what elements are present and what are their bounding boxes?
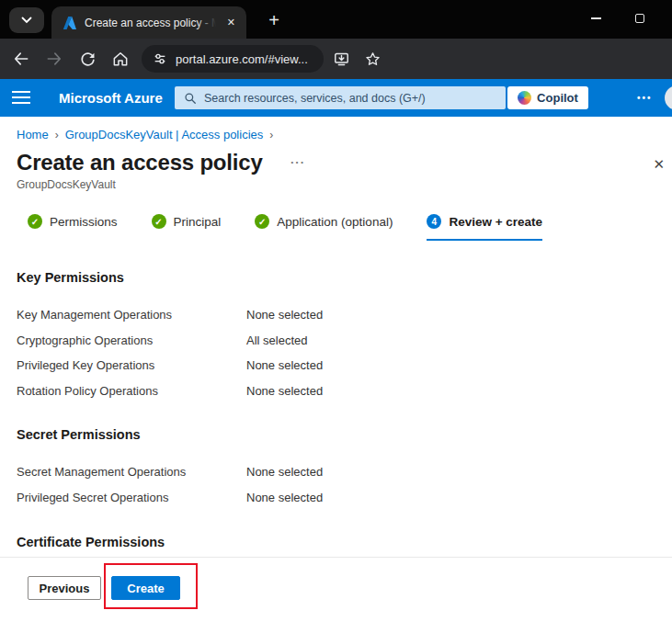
tab-permissions[interactable]: ✓ Permissions (28, 214, 118, 241)
table-row: Key Management Operations None selected (0, 302, 672, 328)
azure-favicon-icon (63, 16, 77, 30)
table-row: Rotation Policy Operations None selected (0, 379, 672, 404)
table-row: Privileged Secret Operations None select… (0, 485, 672, 511)
copilot-button[interactable]: Copilot (507, 86, 588, 109)
permission-value: None selected (246, 491, 323, 504)
tab-title: Create an access policy - Micros (85, 17, 216, 29)
azure-brand[interactable]: Microsoft Azure (59, 90, 163, 106)
table-row: Privileged Key Operations None selected (0, 353, 672, 379)
permission-label: Secret Management Operations (17, 465, 246, 479)
permission-value: None selected (246, 465, 323, 479)
portal-search-input[interactable]: Search resources, services, and docs (G+… (175, 86, 506, 109)
star-icon (364, 51, 382, 68)
install-app-button[interactable] (327, 45, 355, 73)
portal-content: Home›GroupDocsKeyVault | Access policies… (0, 117, 672, 633)
section-heading-certificate-permissions: Certificate Permissions (0, 510, 672, 549)
site-settings-icon (153, 51, 167, 66)
breadcrumb-separator-icon: › (269, 129, 273, 141)
page-subtitle: GroupDocsKeyVault (17, 178, 655, 191)
breadcrumb-home-link[interactable]: Home (17, 128, 49, 141)
check-circle-icon: ✓ (255, 214, 269, 229)
forward-arrow-icon (45, 50, 63, 68)
reload-button[interactable] (74, 45, 101, 73)
copilot-label: Copilot (537, 91, 578, 105)
tab-principal[interactable]: ✓ Principal (152, 214, 222, 241)
account-avatar[interactable] (665, 85, 672, 110)
create-button[interactable]: Create (111, 576, 180, 600)
hamburger-icon (12, 91, 30, 93)
new-tab-button[interactable]: + (261, 8, 287, 32)
tab-close-icon[interactable]: ✕ (223, 15, 239, 30)
check-circle-icon: ✓ (152, 214, 166, 229)
permission-label: Cryptographic Operations (17, 333, 246, 347)
maximize-icon (635, 14, 644, 23)
breadcrumb: Home›GroupDocsKeyVault | Access policies… (0, 117, 672, 141)
url-text: portal.azure.com/#view... (176, 52, 308, 66)
chevron-down-icon (21, 17, 32, 24)
home-icon (111, 50, 130, 68)
permission-value: None selected (246, 384, 323, 398)
azure-header: Microsoft Azure Search resources, servic… (0, 79, 672, 117)
window-maximize-button[interactable] (619, 0, 661, 37)
portal-search-placeholder: Search resources, services, and docs (G+… (204, 92, 426, 105)
reload-icon (79, 51, 97, 68)
tab-label: Review + create (449, 215, 542, 229)
step-number-badge: 4 (427, 214, 441, 229)
back-arrow-icon (12, 50, 30, 68)
previous-button[interactable]: Previous (28, 576, 101, 600)
forward-button[interactable] (40, 45, 68, 73)
section-heading-key-permissions: Key Permissions (0, 241, 672, 285)
permission-value: All selected (246, 333, 307, 347)
header-more-button[interactable]: ••• (637, 93, 653, 103)
table-row: Secret Management Operations None select… (0, 459, 672, 485)
footer-divider (0, 557, 672, 558)
window-minimize-button[interactable] (575, 0, 617, 37)
key-permissions-rows: Key Management Operations None selected … (0, 302, 672, 403)
page-title: Create an access policy (17, 150, 263, 175)
panel-close-icon[interactable]: ✕ (653, 156, 665, 173)
title-more-button[interactable]: ··· (290, 155, 305, 169)
portal-menu-button[interactable] (12, 91, 30, 104)
tab-label: Permissions (50, 215, 118, 229)
section-heading-secret-permissions: Secret Permissions (0, 403, 672, 442)
address-bar[interactable]: portal.azure.com/#view... (142, 45, 324, 73)
tab-label: Principal (174, 215, 222, 229)
permission-label: Privileged Key Operations (17, 358, 246, 372)
tab-label: Application (optional) (277, 215, 393, 229)
tab-review-create[interactable]: 4 Review + create (427, 214, 542, 241)
browser-titlebar: Create an access policy - Micros ✕ + (0, 0, 672, 39)
tab-application-optional[interactable]: ✓ Application (optional) (255, 214, 393, 241)
search-icon (184, 92, 197, 105)
page-header: Create an access policy ··· ✕ GroupDocsK… (0, 141, 672, 191)
table-row: Cryptographic Operations All selected (0, 328, 672, 354)
permission-value: None selected (246, 308, 323, 322)
home-button[interactable] (107, 45, 134, 73)
browser-tab[interactable]: Create an access policy - Micros ✕ (51, 6, 246, 39)
permission-label: Rotation Policy Operations (17, 384, 246, 398)
permission-label: Key Management Operations (17, 308, 246, 322)
check-circle-icon: ✓ (28, 214, 42, 229)
permission-label: Privileged Secret Operations (17, 491, 246, 504)
tab-search-button[interactable] (9, 7, 44, 33)
copilot-icon (518, 91, 531, 105)
browser-toolbar: portal.azure.com/#view... (0, 39, 672, 79)
install-app-icon (333, 51, 350, 68)
minimize-icon (591, 17, 601, 19)
bookmark-star-button[interactable] (359, 45, 386, 73)
breadcrumb-keyvault-link[interactable]: GroupDocsKeyVault | Access policies (65, 128, 264, 141)
wizard-tabs: ✓ Permissions ✓ Principal ✓ Application … (28, 214, 672, 241)
back-button[interactable] (7, 45, 35, 73)
permission-value: None selected (246, 358, 323, 372)
secret-permissions-rows: Secret Management Operations None select… (0, 459, 672, 510)
breadcrumb-separator-icon: › (55, 129, 59, 141)
